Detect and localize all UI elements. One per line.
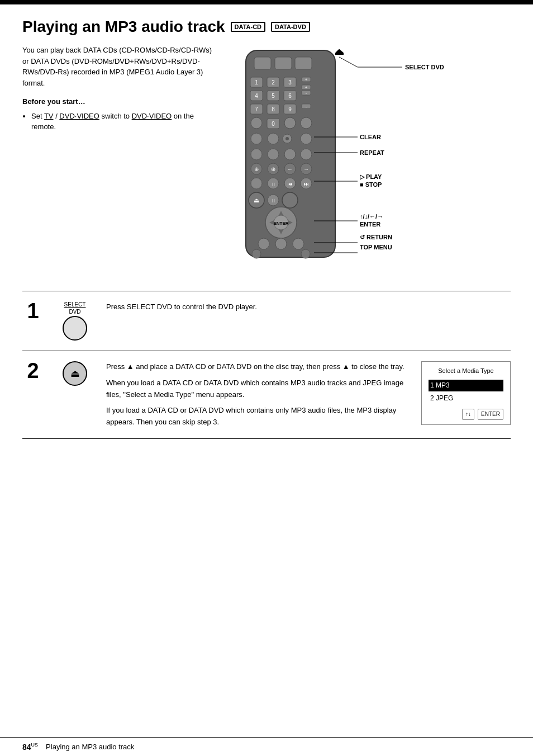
- dvd-video-link2: DVD·VIDEO: [132, 112, 172, 120]
- page-title: Playing an MP3 audio track DATA-CD DATA-…: [22, 18, 511, 36]
- svg-text:9: 9: [288, 106, 292, 112]
- svg-point-43: [268, 149, 279, 160]
- before-start-item: Set TV / DVD·VIDEO switch to DVD·VIDEO o…: [31, 111, 212, 133]
- remote-svg: 1 2 3 + 4 5 6 + -: [223, 45, 447, 280]
- svg-text:8: 8: [272, 106, 275, 112]
- svg-point-40: [285, 137, 289, 140]
- svg-point-44: [284, 149, 296, 160]
- intro-text: You can play back DATA CDs (CD-ROMs/CD-R…: [22, 45, 212, 280]
- step-2-para1: Press ▲ and place a DATA CD or DATA DVD …: [106, 361, 412, 373]
- step-1-select-label: SELECT: [64, 301, 86, 308]
- step-2-icon: ⏏: [53, 361, 97, 386]
- menu-nav-button[interactable]: ↑↓: [462, 409, 474, 420]
- label-return: ↺ RETURN: [360, 234, 392, 240]
- intro-section: You can play back DATA CDs (CD-ROMs/CD-R…: [22, 45, 511, 280]
- label-repeat: REPEAT: [360, 149, 384, 156]
- svg-text:6: 6: [288, 93, 292, 99]
- step-2-text: Press ▲ and place a DATA CD or DATA DVD …: [106, 361, 511, 428]
- media-type-menu: Select a Media Type 1 MP3 2 JPEG ↑↓ ENTE…: [421, 361, 511, 425]
- media-menu-controls: ↑↓ ENTER: [429, 409, 503, 420]
- svg-text:⏏: ⏏: [254, 197, 259, 204]
- before-start-heading: Before you start…: [22, 96, 212, 107]
- svg-text:⏮: ⏮: [288, 181, 293, 187]
- svg-text:⊕: ⊕: [271, 166, 275, 172]
- svg-point-65: [282, 192, 298, 208]
- media-type-menu-title: Select a Media Type: [429, 366, 503, 376]
- step-2-para3: If you load a DATA CD or DATA DVD which …: [106, 405, 412, 428]
- svg-text:+: +: [305, 86, 307, 89]
- content-area: Playing an MP3 audio track DATA-CD DATA-…: [0, 4, 533, 450]
- step-2-para2: When you load a DATA CD or DATA DVD whic…: [106, 377, 412, 401]
- svg-point-36: [301, 117, 312, 129]
- label-play: ▷ PLAY: [360, 173, 382, 180]
- label-enter: ENTER: [360, 221, 380, 228]
- footer-page-number: 84US: [22, 742, 38, 752]
- step-1-dvd-label: DVD: [69, 309, 80, 315]
- svg-point-38: [268, 133, 279, 144]
- svg-point-54: [251, 178, 262, 189]
- step-2-eject-button[interactable]: ⏏: [63, 361, 87, 386]
- label-arrows: ↑/↓/←/→: [360, 213, 383, 220]
- svg-text:1: 1: [255, 79, 258, 86]
- page: Playing an MP3 audio track DATA-CD DATA-…: [0, 0, 533, 756]
- svg-text:3: 3: [288, 79, 292, 86]
- label-stop: ■ STOP: [360, 181, 382, 188]
- svg-text:ENTER: ENTER: [273, 221, 288, 226]
- footer: 84US Playing an MP3 audio track: [0, 737, 533, 756]
- svg-text:⏸: ⏸: [271, 182, 276, 187]
- media-menu-item-jpeg[interactable]: 2 JPEG: [429, 393, 503, 404]
- svg-rect-1: [254, 57, 271, 69]
- top-bar: [0, 0, 533, 4]
- step-1-icon: SELECT DVD: [53, 301, 97, 341]
- svg-text:5: 5: [272, 93, 275, 99]
- tv-link: TV: [44, 112, 54, 120]
- svg-point-32: [251, 117, 262, 129]
- svg-rect-2: [275, 57, 292, 69]
- menu-enter-button[interactable]: ENTER: [478, 409, 503, 420]
- svg-text:⏭: ⏭: [304, 181, 309, 187]
- svg-text:0: 0: [272, 121, 275, 127]
- intro-paragraph: You can play back DATA CDs (CD-ROMs/CD-R…: [22, 45, 212, 88]
- dvd-video-link1: DVD·VIDEO: [59, 112, 99, 120]
- svg-point-75: [293, 238, 304, 249]
- before-start-list: Set TV / DVD·VIDEO switch to DVD·VIDEO o…: [22, 111, 212, 133]
- remote-diagram: 1 2 3 + 4 5 6 + -: [223, 45, 511, 280]
- label-select-dvd: SELECT DVD: [405, 64, 444, 70]
- svg-text:⊕: ⊕: [254, 166, 259, 172]
- svg-line-78: [339, 57, 358, 67]
- svg-point-74: [275, 238, 287, 249]
- svg-rect-5: [335, 53, 344, 55]
- svg-text:4: 4: [255, 93, 258, 99]
- footer-text: Playing an MP3 audio track: [46, 743, 134, 751]
- step-1-number: 1: [22, 299, 44, 323]
- svg-text:←: ←: [287, 166, 293, 172]
- title-text: Playing an MP3 audio track: [22, 18, 225, 36]
- badge-data-dvd: DATA-DVD: [271, 22, 310, 32]
- svg-point-35: [284, 117, 296, 129]
- step-2-row: 2 ⏏ Press ▲ and place a DATA CD or DATA …: [22, 351, 511, 439]
- svg-text:+: +: [305, 78, 307, 82]
- svg-point-73: [258, 238, 269, 249]
- svg-point-41: [301, 133, 312, 144]
- step-1-button[interactable]: [63, 316, 87, 341]
- badge-data-cd: DATA-CD: [231, 22, 265, 32]
- step-1-text: Press SELECT DVD to control the DVD play…: [106, 301, 511, 313]
- svg-marker-4: [335, 49, 344, 53]
- svg-text:7: 7: [255, 106, 258, 112]
- svg-point-37: [251, 133, 262, 144]
- svg-text:→: →: [303, 166, 309, 172]
- svg-point-45: [301, 149, 312, 160]
- label-top-menu: TOP MENU: [360, 244, 392, 251]
- svg-text:2: 2: [272, 79, 275, 86]
- svg-point-76: [252, 249, 261, 258]
- label-clear: CLEAR: [360, 134, 381, 140]
- svg-point-42: [251, 149, 262, 160]
- svg-point-77: [301, 249, 310, 258]
- step-2-main-text: Press ▲ and place a DATA CD or DATA DVD …: [106, 361, 412, 428]
- svg-rect-3: [295, 57, 312, 69]
- media-menu-item-mp3[interactable]: 1 MP3: [429, 380, 503, 391]
- step-2-number: 2: [22, 359, 44, 383]
- step-1-row: 1 SELECT DVD Press SELECT DVD to control…: [22, 291, 511, 351]
- svg-text:⏸: ⏸: [271, 198, 276, 204]
